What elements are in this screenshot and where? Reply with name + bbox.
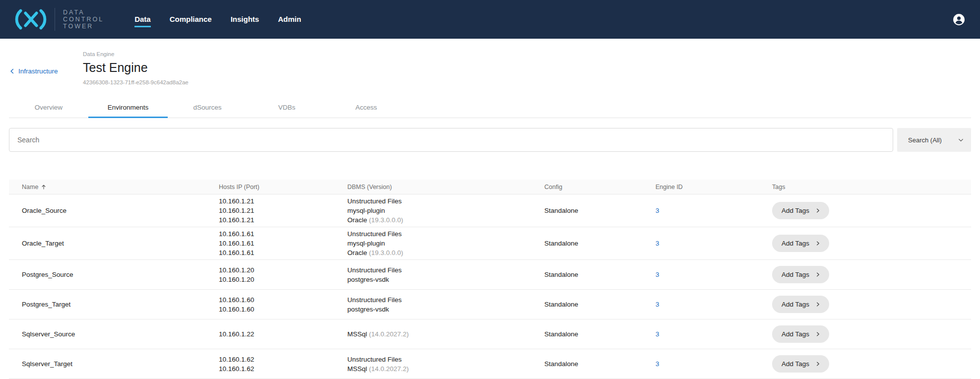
chevron-right-icon <box>815 241 821 246</box>
main-nav: Data Compliance Insights Admin <box>134 12 301 27</box>
cell-hosts: 10.160.1.6010.160.1.60 <box>219 293 347 316</box>
cell-name: Postgres_Target <box>22 301 219 308</box>
add-tags-button[interactable]: Add Tags <box>772 202 829 219</box>
add-tags-label: Add Tags <box>782 240 809 247</box>
host-ip: 10.160.1.60 <box>219 305 347 314</box>
table-row: Postgres_Source 10.160.1.2010.160.1.20 U… <box>9 260 971 290</box>
tab-overview[interactable]: Overview <box>9 98 88 118</box>
dct-logo-icon[interactable] <box>14 8 48 31</box>
engine-id-link[interactable]: 3 <box>655 240 659 247</box>
nav-item-admin[interactable]: Admin <box>278 12 301 27</box>
host-ip: 10.160.1.62 <box>219 364 347 374</box>
tab-environments[interactable]: Environments <box>88 98 168 118</box>
dbms-entry: Unstructured Files <box>347 295 544 305</box>
table-row: Sqlserver_Target 10.160.1.6210.160.1.62 … <box>9 349 971 379</box>
search-scope-label: Search (All) <box>908 136 942 144</box>
nav-item-compliance[interactable]: Compliance <box>170 12 212 27</box>
cell-dbms: Unstructured Filesmysql-pluginOracle (19… <box>347 194 544 227</box>
host-ip: 10.160.1.61 <box>219 229 347 239</box>
cell-hosts: 10.160.1.22 <box>219 327 347 341</box>
search-scope-dropdown[interactable]: Search (All) <box>897 128 971 152</box>
column-header-tags[interactable]: Tags <box>772 184 971 190</box>
table-row: Postgres_Target 10.160.1.6010.160.1.60 U… <box>9 290 971 319</box>
host-ip: 10.160.1.20 <box>219 265 347 275</box>
dbms-entry: mysql-plugin <box>347 206 544 215</box>
add-tags-button[interactable]: Add Tags <box>772 355 829 373</box>
cell-hosts: 10.160.1.6210.160.1.62 <box>219 353 347 376</box>
cell-config: Standalone <box>544 360 655 368</box>
column-header-hosts[interactable]: Hosts IP (Port) <box>219 184 347 190</box>
dbms-entry: MSSql (14.0.2027.2) <box>347 364 544 374</box>
add-tags-button[interactable]: Add Tags <box>772 266 829 283</box>
engine-id-link[interactable]: 3 <box>655 207 659 214</box>
host-ip: 10.160.1.62 <box>219 355 347 364</box>
user-account-icon[interactable] <box>953 13 965 26</box>
chevron-right-icon <box>815 331 821 337</box>
chevron-left-icon <box>9 68 15 74</box>
page-title: Test Engine <box>83 61 980 75</box>
nav-item-insights[interactable]: Insights <box>231 12 260 27</box>
environments-table: Name Hosts IP (Port) DBMS (Version) Conf… <box>9 180 971 379</box>
table-row: Sqlserver_Source 10.160.1.22 MSSql (14.0… <box>9 319 971 349</box>
cell-config: Standalone <box>544 240 655 247</box>
engine-id-link[interactable]: 3 <box>655 330 659 338</box>
add-tags-label: Add Tags <box>782 207 809 214</box>
add-tags-label: Add Tags <box>782 360 809 368</box>
dbms-entry: MSSql (14.0.2027.2) <box>347 329 544 339</box>
host-ip: 10.160.1.22 <box>219 329 347 339</box>
tab-dsources[interactable]: dSources <box>168 98 247 118</box>
dbms-entry: mysql-plugin <box>347 239 544 248</box>
tab-vdbs[interactable]: VDBs <box>247 98 327 118</box>
add-tags-label: Add Tags <box>782 330 809 338</box>
add-tags-button[interactable]: Add Tags <box>772 325 829 343</box>
cell-name: Oracle_Source <box>22 207 219 214</box>
engine-id-link[interactable]: 3 <box>655 360 659 368</box>
cell-name: Oracle_Target <box>22 240 219 247</box>
table-body: Oracle_Source 10.160.1.2110.160.1.2110.1… <box>9 194 971 379</box>
sort-ascending-icon <box>41 184 47 190</box>
cell-hosts: 10.160.1.6110.160.1.6110.160.1.61 <box>219 227 347 259</box>
host-ip: 10.160.1.60 <box>219 295 347 305</box>
host-ip: 10.160.1.21 <box>219 196 347 206</box>
nav-item-data[interactable]: Data <box>134 12 151 27</box>
table-header-row: Name Hosts IP (Port) DBMS (Version) Conf… <box>9 180 971 194</box>
back-link-label: Infrastructure <box>18 67 58 75</box>
cell-dbms: Unstructured Filesmysql-pluginOracle (19… <box>347 227 544 259</box>
host-ip: 10.160.1.61 <box>219 248 347 257</box>
add-tags-button[interactable]: Add Tags <box>772 235 829 252</box>
tab-bar: Overview Environments dSources VDBs Acce… <box>9 98 971 118</box>
host-ip: 10.160.1.21 <box>219 215 347 225</box>
column-header-dbms[interactable]: DBMS (Version) <box>347 184 544 190</box>
host-ip: 10.160.1.20 <box>219 275 347 284</box>
cell-config: Standalone <box>544 301 655 308</box>
cell-hosts: 10.160.1.2110.160.1.2110.160.1.21 <box>219 194 347 227</box>
top-navbar: DATA CONTROL TOWER Data Compliance Insig… <box>0 0 980 39</box>
cell-dbms: Unstructured Filespostgres-vsdk <box>347 293 544 316</box>
cell-name: Sqlserver_Target <box>22 360 219 368</box>
tab-access[interactable]: Access <box>327 98 406 118</box>
search-row: Search (All) <box>9 128 971 152</box>
cell-config: Standalone <box>544 207 655 214</box>
add-tags-button[interactable]: Add Tags <box>772 296 829 313</box>
cell-dbms: Unstructured FilesMSSql (14.0.2027.2) <box>347 353 544 376</box>
cell-config: Standalone <box>544 330 655 338</box>
engine-id-link[interactable]: 3 <box>655 271 659 278</box>
search-input[interactable] <box>9 128 893 152</box>
column-header-engine-id[interactable]: Engine ID <box>655 184 772 190</box>
brand-divider <box>55 8 55 31</box>
host-ip: 10.160.1.61 <box>219 239 347 248</box>
dbms-version: (19.3.0.0.0) <box>367 249 403 256</box>
table-row: Oracle_Target 10.160.1.6110.160.1.6110.1… <box>9 227 971 260</box>
column-header-config[interactable]: Config <box>544 184 655 190</box>
chevron-right-icon <box>815 272 821 277</box>
engine-id-link[interactable]: 3 <box>655 301 659 308</box>
table-row: Oracle_Source 10.160.1.2110.160.1.2110.1… <box>9 194 971 227</box>
column-header-name[interactable]: Name <box>22 184 219 190</box>
dbms-version: (14.0.2027.2) <box>367 330 409 338</box>
dbms-entry: postgres-vsdk <box>347 305 544 314</box>
add-tags-label: Add Tags <box>782 271 809 278</box>
back-link-infrastructure[interactable]: Infrastructure <box>9 67 58 75</box>
dbms-entry: Unstructured Files <box>347 196 544 206</box>
dbms-version: (14.0.2027.2) <box>367 365 409 373</box>
engine-uuid: 42366308-1323-71ff-e258-9c642ad8a2ae <box>83 79 980 85</box>
